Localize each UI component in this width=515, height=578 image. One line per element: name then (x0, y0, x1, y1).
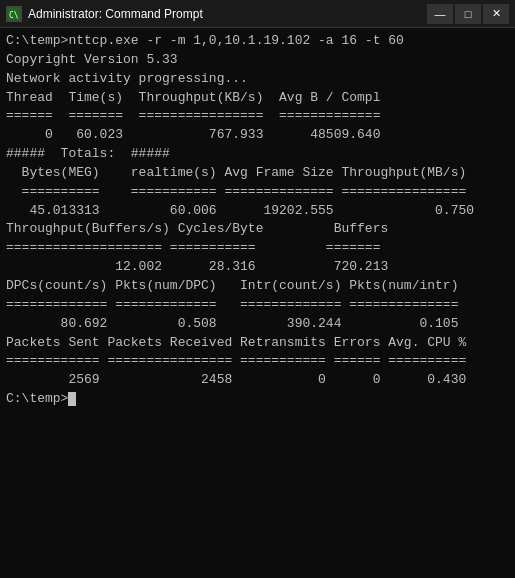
terminal-line: 80.692 0.508 390.244 0.105 (6, 315, 509, 334)
terminal-line: ============= ============= ============… (6, 296, 509, 315)
maximize-button[interactable]: □ (455, 4, 481, 24)
terminal-line: ====== ======= ================ ========… (6, 107, 509, 126)
terminal-line: C:\temp>nttcp.exe -r -m 1,0,10.1.19.102 … (6, 32, 509, 51)
terminal-line: 12.002 28.316 720.213 (6, 258, 509, 277)
terminal-line: Bytes(MEG) realtime(s) Avg Frame Size Th… (6, 164, 509, 183)
terminal-line: Throughput(Buffers/s) Cycles/Byte Buffer… (6, 220, 509, 239)
svg-text:C\: C\ (9, 11, 19, 20)
terminal-line: Packets Sent Packets Received Retransmit… (6, 334, 509, 353)
window-title: Administrator: Command Prompt (28, 7, 203, 21)
terminal-line: 45.013313 60.006 19202.555 0.750 (6, 202, 509, 221)
terminal-line: ##### Totals: ##### (6, 145, 509, 164)
minimize-button[interactable]: — (427, 4, 453, 24)
terminal-line: 0 60.023 767.933 48509.640 (6, 126, 509, 145)
close-button[interactable]: ✕ (483, 4, 509, 24)
terminal-line: C:\temp> (6, 390, 509, 409)
terminal-line: ========== =========== ============== ==… (6, 183, 509, 202)
terminal-line: ==================== =========== ======= (6, 239, 509, 258)
title-bar: C\ Administrator: Command Prompt — □ ✕ (0, 0, 515, 28)
terminal-line: 2569 2458 0 0 0.430 (6, 371, 509, 390)
terminal-line: ============ ================ ==========… (6, 352, 509, 371)
terminal-line: Network activity progressing... (6, 70, 509, 89)
title-bar-left: C\ Administrator: Command Prompt (6, 6, 203, 22)
terminal-line: DPCs(count/s) Pkts(num/DPC) Intr(count/s… (6, 277, 509, 296)
window-controls: — □ ✕ (427, 4, 509, 24)
app-icon: C\ (6, 6, 22, 22)
cursor (68, 392, 76, 406)
terminal-line: Thread Time(s) Throughput(KB/s) Avg B / … (6, 89, 509, 108)
terminal-output: C:\temp>nttcp.exe -r -m 1,0,10.1.19.102 … (0, 28, 515, 578)
terminal-line: Copyright Version 5.33 (6, 51, 509, 70)
